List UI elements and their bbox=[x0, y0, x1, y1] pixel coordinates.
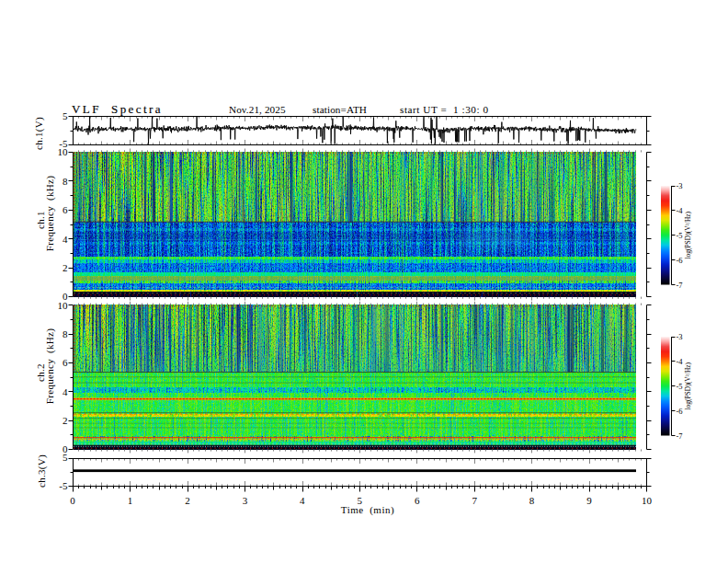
svg-text:ch.3(V): ch.3(V) bbox=[36, 454, 48, 488]
svg-text:8: 8 bbox=[63, 328, 68, 339]
svg-text:Time (min): Time (min) bbox=[341, 504, 394, 516]
svg-text:-7: -7 bbox=[677, 431, 683, 441]
svg-text:4: 4 bbox=[63, 234, 68, 245]
svg-text:ch.1(V): ch.1(V) bbox=[33, 117, 45, 150]
svg-text:Frequency (kHz): Frequency (kHz) bbox=[44, 328, 56, 404]
svg-text:4: 4 bbox=[63, 386, 68, 397]
svg-text:-5: -5 bbox=[59, 480, 68, 491]
svg-text:-5: -5 bbox=[677, 382, 683, 391]
svg-text:start UT = 1 :30: 0: start UT = 1 :30: 0 bbox=[400, 104, 489, 115]
svg-text:6: 6 bbox=[63, 357, 68, 368]
svg-text:9: 9 bbox=[586, 495, 592, 506]
svg-text:Nov.21, 2025: Nov.21, 2025 bbox=[229, 104, 286, 115]
svg-text:Frequency (kHz): Frequency (kHz) bbox=[44, 176, 56, 251]
svg-text:8: 8 bbox=[529, 495, 535, 506]
svg-text:-6: -6 bbox=[677, 256, 683, 265]
svg-text:7: 7 bbox=[472, 495, 477, 506]
svg-text:5: 5 bbox=[63, 110, 68, 121]
svg-text:log(PSD)(V²/Hz): log(PSD)(V²/Hz) bbox=[684, 362, 692, 409]
svg-text:6: 6 bbox=[415, 495, 420, 506]
svg-text:10: 10 bbox=[642, 495, 653, 506]
svg-text:-7: -7 bbox=[677, 281, 683, 290]
svg-text:6: 6 bbox=[63, 204, 68, 215]
svg-text:0: 0 bbox=[70, 495, 75, 506]
svg-text:-4: -4 bbox=[677, 206, 684, 215]
svg-text:5: 5 bbox=[63, 452, 68, 463]
svg-text:10: 10 bbox=[58, 300, 69, 311]
svg-text:-6: -6 bbox=[677, 407, 683, 416]
svg-text:-3: -3 bbox=[677, 181, 683, 190]
svg-text:8: 8 bbox=[63, 176, 68, 187]
svg-text:-5: -5 bbox=[677, 231, 683, 240]
svg-text:2: 2 bbox=[63, 415, 68, 426]
svg-text:2: 2 bbox=[63, 262, 68, 273]
svg-text:-3: -3 bbox=[677, 332, 683, 341]
svg-text:-4: -4 bbox=[677, 357, 684, 366]
svg-text:2: 2 bbox=[185, 495, 190, 506]
svg-text:log(PSD)(V²/Hz): log(PSD)(V²/Hz) bbox=[684, 211, 692, 259]
svg-text:10: 10 bbox=[58, 146, 69, 157]
svg-text:station=ATH: station=ATH bbox=[313, 104, 367, 115]
svg-text:VLF Spectra: VLF Spectra bbox=[72, 102, 163, 116]
svg-text:1: 1 bbox=[128, 495, 133, 506]
svg-text:3: 3 bbox=[243, 495, 248, 506]
svg-text:4: 4 bbox=[300, 495, 305, 506]
